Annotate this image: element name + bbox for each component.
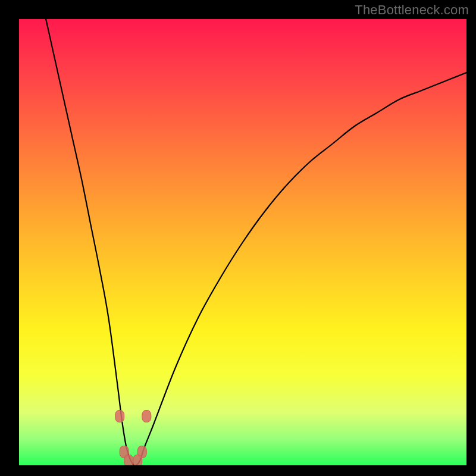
optimal-marker <box>124 455 133 466</box>
watermark-text: TheBottleneck.com <box>355 2 469 18</box>
optimal-marker <box>115 411 124 422</box>
bottleneck-gradient-plot <box>19 19 466 465</box>
optimal-marker <box>142 411 151 422</box>
bottleneck-curve-svg <box>19 19 466 465</box>
optimal-markers <box>115 411 151 466</box>
optimal-marker <box>133 455 142 466</box>
bottleneck-curve <box>46 19 466 465</box>
